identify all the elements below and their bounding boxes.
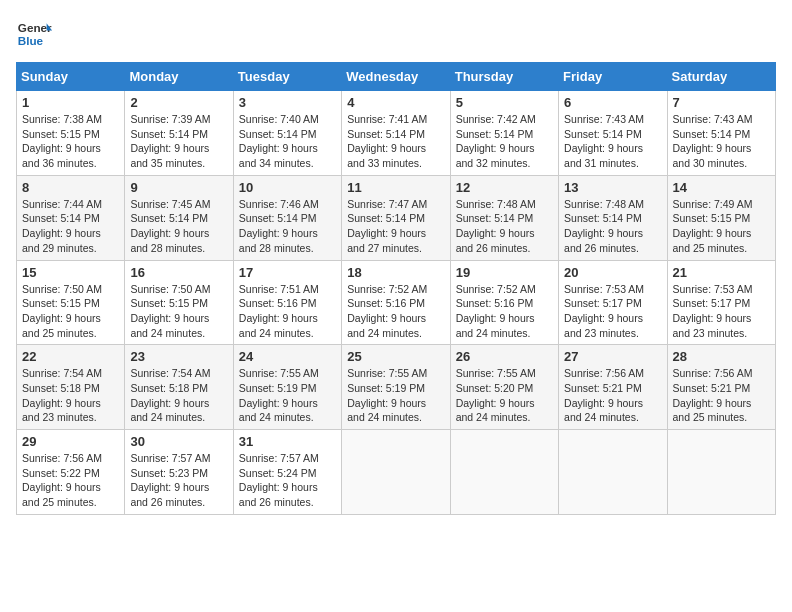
- cell-sunrise: Sunrise: 7:40 AM: [239, 113, 319, 125]
- day-header-saturday: Saturday: [667, 63, 775, 91]
- cell-daylight: Daylight: 9 hours and 29 minutes.: [22, 227, 101, 254]
- cell-sunset: Sunset: 5:19 PM: [239, 382, 317, 394]
- cell-sunset: Sunset: 5:14 PM: [564, 128, 642, 140]
- cell-daylight: Daylight: 9 hours and 32 minutes.: [456, 142, 535, 169]
- cell-day-number: 12: [456, 180, 553, 195]
- cell-daylight: Daylight: 9 hours and 24 minutes.: [347, 312, 426, 339]
- calendar-cell: 28 Sunrise: 7:56 AM Sunset: 5:21 PM Dayl…: [667, 345, 775, 430]
- cell-day-number: 7: [673, 95, 770, 110]
- cell-day-number: 29: [22, 434, 119, 449]
- calendar-cell: 9 Sunrise: 7:45 AM Sunset: 5:14 PM Dayli…: [125, 175, 233, 260]
- calendar-cell: 2 Sunrise: 7:39 AM Sunset: 5:14 PM Dayli…: [125, 91, 233, 176]
- cell-daylight: Daylight: 9 hours and 23 minutes.: [564, 312, 643, 339]
- cell-day-number: 8: [22, 180, 119, 195]
- cell-daylight: Daylight: 9 hours and 24 minutes.: [239, 312, 318, 339]
- cell-sunset: Sunset: 5:14 PM: [564, 212, 642, 224]
- cell-daylight: Daylight: 9 hours and 24 minutes.: [456, 397, 535, 424]
- cell-sunset: Sunset: 5:14 PM: [456, 128, 534, 140]
- cell-sunset: Sunset: 5:18 PM: [130, 382, 208, 394]
- calendar-cell: [450, 430, 558, 515]
- cell-sunrise: Sunrise: 7:42 AM: [456, 113, 536, 125]
- cell-sunrise: Sunrise: 7:57 AM: [239, 452, 319, 464]
- cell-sunset: Sunset: 5:15 PM: [22, 128, 100, 140]
- calendar-cell: 15 Sunrise: 7:50 AM Sunset: 5:15 PM Dayl…: [17, 260, 125, 345]
- cell-daylight: Daylight: 9 hours and 24 minutes.: [239, 397, 318, 424]
- cell-daylight: Daylight: 9 hours and 35 minutes.: [130, 142, 209, 169]
- cell-sunset: Sunset: 5:17 PM: [673, 297, 751, 309]
- cell-day-number: 3: [239, 95, 336, 110]
- cell-sunset: Sunset: 5:21 PM: [564, 382, 642, 394]
- calendar-cell: [559, 430, 667, 515]
- calendar-cell: 14 Sunrise: 7:49 AM Sunset: 5:15 PM Dayl…: [667, 175, 775, 260]
- cell-sunrise: Sunrise: 7:48 AM: [564, 198, 644, 210]
- cell-daylight: Daylight: 9 hours and 36 minutes.: [22, 142, 101, 169]
- cell-sunrise: Sunrise: 7:39 AM: [130, 113, 210, 125]
- cell-daylight: Daylight: 9 hours and 24 minutes.: [130, 312, 209, 339]
- calendar-cell: 30 Sunrise: 7:57 AM Sunset: 5:23 PM Dayl…: [125, 430, 233, 515]
- cell-daylight: Daylight: 9 hours and 28 minutes.: [239, 227, 318, 254]
- cell-daylight: Daylight: 9 hours and 30 minutes.: [673, 142, 752, 169]
- cell-sunrise: Sunrise: 7:52 AM: [347, 283, 427, 295]
- cell-sunrise: Sunrise: 7:47 AM: [347, 198, 427, 210]
- cell-sunset: Sunset: 5:15 PM: [130, 297, 208, 309]
- cell-day-number: 26: [456, 349, 553, 364]
- cell-daylight: Daylight: 9 hours and 33 minutes.: [347, 142, 426, 169]
- cell-daylight: Daylight: 9 hours and 25 minutes.: [22, 481, 101, 508]
- cell-day-number: 18: [347, 265, 444, 280]
- calendar-cell: 7 Sunrise: 7:43 AM Sunset: 5:14 PM Dayli…: [667, 91, 775, 176]
- cell-sunset: Sunset: 5:14 PM: [130, 128, 208, 140]
- cell-sunset: Sunset: 5:17 PM: [564, 297, 642, 309]
- calendar-cell: 16 Sunrise: 7:50 AM Sunset: 5:15 PM Dayl…: [125, 260, 233, 345]
- calendar-cell: 4 Sunrise: 7:41 AM Sunset: 5:14 PM Dayli…: [342, 91, 450, 176]
- cell-daylight: Daylight: 9 hours and 26 minutes.: [130, 481, 209, 508]
- cell-day-number: 20: [564, 265, 661, 280]
- cell-day-number: 21: [673, 265, 770, 280]
- cell-sunrise: Sunrise: 7:51 AM: [239, 283, 319, 295]
- day-header-friday: Friday: [559, 63, 667, 91]
- cell-day-number: 2: [130, 95, 227, 110]
- cell-sunset: Sunset: 5:16 PM: [239, 297, 317, 309]
- cell-day-number: 6: [564, 95, 661, 110]
- cell-sunset: Sunset: 5:14 PM: [130, 212, 208, 224]
- cell-sunset: Sunset: 5:19 PM: [347, 382, 425, 394]
- cell-sunrise: Sunrise: 7:52 AM: [456, 283, 536, 295]
- calendar-cell: 24 Sunrise: 7:55 AM Sunset: 5:19 PM Dayl…: [233, 345, 341, 430]
- cell-daylight: Daylight: 9 hours and 23 minutes.: [673, 312, 752, 339]
- cell-day-number: 11: [347, 180, 444, 195]
- calendar-cell: [342, 430, 450, 515]
- calendar-cell: 27 Sunrise: 7:56 AM Sunset: 5:21 PM Dayl…: [559, 345, 667, 430]
- cell-sunrise: Sunrise: 7:43 AM: [673, 113, 753, 125]
- cell-sunrise: Sunrise: 7:41 AM: [347, 113, 427, 125]
- cell-sunrise: Sunrise: 7:54 AM: [22, 367, 102, 379]
- cell-sunset: Sunset: 5:14 PM: [22, 212, 100, 224]
- svg-text:Blue: Blue: [18, 34, 44, 47]
- cell-daylight: Daylight: 9 hours and 31 minutes.: [564, 142, 643, 169]
- cell-sunset: Sunset: 5:16 PM: [347, 297, 425, 309]
- header-row: SundayMondayTuesdayWednesdayThursdayFrid…: [17, 63, 776, 91]
- cell-day-number: 5: [456, 95, 553, 110]
- cell-day-number: 1: [22, 95, 119, 110]
- cell-daylight: Daylight: 9 hours and 24 minutes.: [564, 397, 643, 424]
- cell-sunrise: Sunrise: 7:55 AM: [456, 367, 536, 379]
- cell-sunrise: Sunrise: 7:38 AM: [22, 113, 102, 125]
- cell-sunrise: Sunrise: 7:44 AM: [22, 198, 102, 210]
- cell-daylight: Daylight: 9 hours and 23 minutes.: [22, 397, 101, 424]
- calendar-cell: 26 Sunrise: 7:55 AM Sunset: 5:20 PM Dayl…: [450, 345, 558, 430]
- cell-day-number: 22: [22, 349, 119, 364]
- cell-sunrise: Sunrise: 7:45 AM: [130, 198, 210, 210]
- calendar-cell: 1 Sunrise: 7:38 AM Sunset: 5:15 PM Dayli…: [17, 91, 125, 176]
- calendar-cell: 18 Sunrise: 7:52 AM Sunset: 5:16 PM Dayl…: [342, 260, 450, 345]
- cell-daylight: Daylight: 9 hours and 27 minutes.: [347, 227, 426, 254]
- cell-sunrise: Sunrise: 7:48 AM: [456, 198, 536, 210]
- logo-icon: General Blue: [16, 16, 52, 52]
- cell-daylight: Daylight: 9 hours and 28 minutes.: [130, 227, 209, 254]
- cell-sunrise: Sunrise: 7:53 AM: [564, 283, 644, 295]
- logo: General Blue: [16, 16, 56, 52]
- cell-sunset: Sunset: 5:21 PM: [673, 382, 751, 394]
- day-header-monday: Monday: [125, 63, 233, 91]
- calendar-cell: 10 Sunrise: 7:46 AM Sunset: 5:14 PM Dayl…: [233, 175, 341, 260]
- day-header-thursday: Thursday: [450, 63, 558, 91]
- cell-sunrise: Sunrise: 7:46 AM: [239, 198, 319, 210]
- cell-sunset: Sunset: 5:14 PM: [347, 128, 425, 140]
- cell-day-number: 4: [347, 95, 444, 110]
